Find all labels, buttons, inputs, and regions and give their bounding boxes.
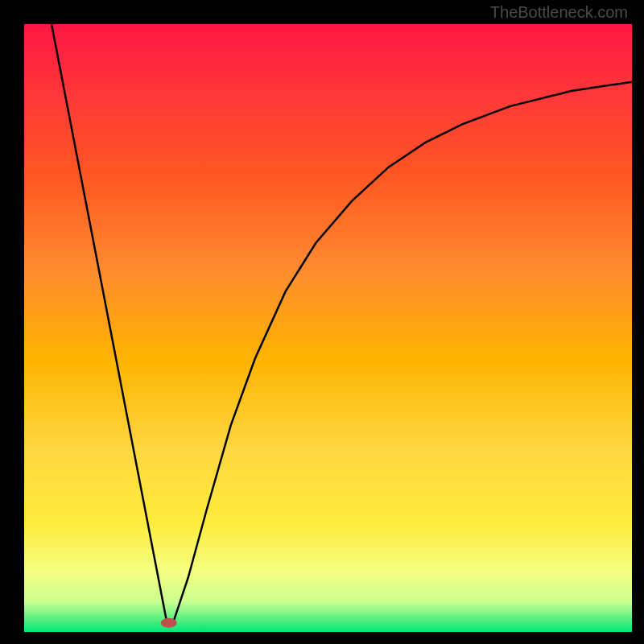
chart-container: TheBottleneck.com (0, 0, 644, 644)
bottleneck-chart (0, 0, 644, 644)
optimal-point-marker (161, 618, 177, 628)
plot-background (24, 24, 632, 632)
watermark-text: TheBottleneck.com (490, 3, 628, 22)
